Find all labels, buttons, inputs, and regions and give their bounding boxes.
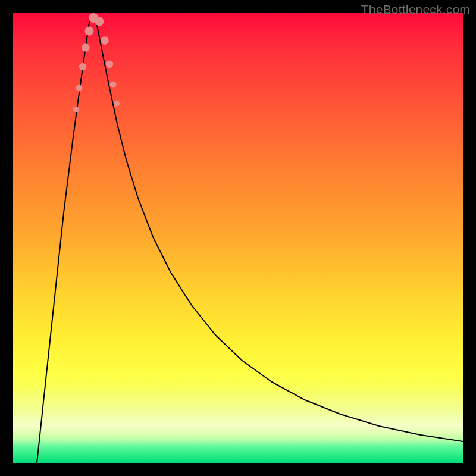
marker-dot <box>109 81 116 87</box>
marker-dot <box>82 43 90 52</box>
marker-dot <box>85 27 94 36</box>
marker-dot <box>89 13 98 23</box>
marker-dot <box>76 84 82 91</box>
marker-dot <box>73 107 79 112</box>
marker-dot <box>95 17 104 26</box>
plot-area <box>13 13 463 463</box>
watermark-text: TheBottleneck.com <box>361 2 470 17</box>
marker-dot <box>101 36 109 45</box>
chart-frame: TheBottleneck.com <box>0 0 476 476</box>
bottleneck-curve <box>13 13 463 463</box>
marker-dot <box>106 61 113 68</box>
glow-band <box>13 387 463 446</box>
marker-dot <box>79 63 86 70</box>
marker-dot <box>114 101 120 107</box>
